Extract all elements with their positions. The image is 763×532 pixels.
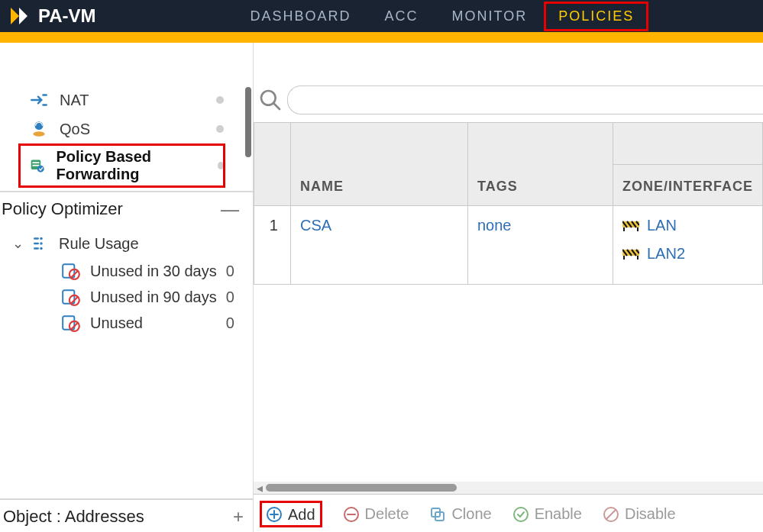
disable-button[interactable]: Disable [602, 505, 676, 524]
sidebar-item-label: NAT [60, 92, 89, 109]
col-tags[interactable]: TAGS [468, 123, 613, 205]
cell-zones: LAN LAN2 [613, 206, 762, 284]
rule-usage-section: ⌄ Rule Usage Unused in 30 days 0 Unused … [0, 226, 253, 336]
svg-rect-17 [623, 227, 625, 231]
top-header: PA-VM DASHBOARD ACC MONITOR POLICIES [0, 0, 763, 32]
unused-icon [61, 287, 81, 307]
nav-tabs: DASHBOARD ACC MONITOR POLICIES [234, 0, 649, 32]
add-button[interactable]: Add [265, 505, 315, 524]
add-label: Add [288, 506, 315, 524]
main-content: NAME TAGS ZONE/INTERFACE 1 CSA none LAN [254, 43, 763, 532]
qos-icon [29, 119, 49, 139]
search-input[interactable] [287, 85, 763, 114]
sidebar-item-label: QoS [60, 121, 90, 138]
minus-circle-icon [342, 505, 360, 524]
cell-tags[interactable]: none [468, 206, 613, 284]
svg-rect-4 [32, 165, 39, 166]
svg-rect-18 [637, 227, 639, 231]
scroll-left-icon[interactable]: ◂ [257, 481, 263, 495]
rule-usage-item-unused[interactable]: Unused 0 [8, 310, 253, 336]
col-name[interactable]: NAME [291, 123, 468, 205]
svg-rect-20 [623, 256, 625, 260]
status-dot [216, 96, 224, 104]
logo-icon [8, 5, 31, 27]
svg-rect-3 [32, 163, 39, 164]
accent-bar [0, 32, 763, 43]
enable-button[interactable]: Enable [512, 505, 582, 524]
rule-usage-label: Unused in 30 days [90, 263, 217, 280]
zone-item[interactable]: LAN2 [622, 245, 753, 263]
collapse-icon[interactable]: — [221, 198, 239, 220]
svg-rect-21 [637, 256, 639, 260]
clone-icon [428, 505, 447, 524]
rule-usage-label: Unused in 90 days [90, 289, 217, 306]
status-dot [216, 125, 224, 133]
sidebar-item-pbf[interactable]: Policy Based Forwarding [0, 143, 253, 188]
prohibit-icon [602, 505, 620, 524]
search-bar [254, 43, 763, 122]
zone-label: LAN2 [647, 245, 685, 263]
zone-item[interactable]: LAN [622, 217, 753, 234]
clone-button[interactable]: Clone [428, 505, 491, 524]
cell-rownum: 1 [254, 206, 291, 284]
left-sidebar: NAT QoS Policy Based Forwarding [0, 43, 254, 532]
zone-label: LAN [647, 217, 677, 234]
product-name: PA-VM [38, 5, 96, 27]
policy-type-list: NAT QoS Policy Based Forwarding [0, 43, 253, 188]
tab-monitor[interactable]: MONITOR [435, 1, 545, 32]
product-logo: PA-VM [8, 5, 96, 27]
policy-optimizer-title: Policy Optimizer [2, 199, 123, 219]
svg-point-8 [40, 247, 42, 250]
clone-label: Clone [451, 505, 491, 523]
rule-usage-label: Unused [90, 314, 143, 332]
svg-point-26 [514, 508, 528, 521]
delete-label: Delete [365, 505, 409, 523]
status-dot [218, 162, 224, 169]
rule-usage-item-90[interactable]: Unused in 90 days 0 [8, 284, 253, 310]
svg-point-6 [40, 237, 42, 240]
plus-circle-icon [265, 505, 283, 524]
sidebar-item-nat[interactable]: NAT [0, 85, 253, 114]
zone-barrier-icon [622, 220, 639, 232]
unused-icon [61, 313, 81, 333]
grid-header: NAME TAGS ZONE/INTERFACE [254, 123, 762, 205]
tab-policies[interactable]: POLICIES [544, 2, 648, 31]
delete-button[interactable]: Delete [342, 505, 409, 524]
object-addresses-label: Object : Addresses [3, 507, 144, 527]
rule-usage-title: Rule Usage [59, 235, 139, 253]
nat-icon [29, 90, 49, 110]
zone-barrier-icon [622, 248, 639, 260]
plus-icon[interactable]: + [233, 506, 244, 527]
tab-acc[interactable]: ACC [368, 1, 435, 32]
rule-usage-header[interactable]: ⌄ Rule Usage [8, 229, 253, 258]
rule-usage-count: 0 [226, 263, 234, 280]
svg-point-5 [37, 166, 44, 172]
col-zone[interactable]: ZONE/INTERFACE [613, 123, 762, 205]
policy-optimizer-header[interactable]: Policy Optimizer — [0, 192, 253, 226]
rule-usage-count: 0 [226, 289, 234, 306]
tab-dashboard[interactable]: DASHBOARD [234, 1, 368, 32]
table-row[interactable]: 1 CSA none LAN LAN2 [254, 205, 762, 284]
add-highlight: Add [260, 501, 322, 527]
sidebar-item-label: Policy Based Forwarding [56, 148, 206, 183]
pbf-icon [29, 156, 45, 176]
rule-usage-item-30[interactable]: Unused in 30 days 0 [8, 258, 253, 284]
rule-usage-list-icon [31, 234, 51, 253]
object-addresses-panel[interactable]: Object : Addresses + [0, 498, 253, 532]
search-icon[interactable] [258, 88, 283, 112]
svg-point-1 [33, 131, 44, 137]
scrollbar-thumb[interactable] [266, 484, 457, 492]
cell-name[interactable]: CSA [291, 206, 468, 284]
action-bar: Add Delete Clone Enable [254, 494, 763, 532]
horizontal-scrollbar[interactable]: ◂ [254, 482, 763, 494]
enable-label: Enable [535, 505, 582, 523]
rule-usage-count: 0 [226, 314, 234, 332]
svg-point-7 [40, 242, 42, 244]
policy-grid: NAME TAGS ZONE/INTERFACE 1 CSA none LAN [254, 122, 763, 285]
chevron-down-icon: ⌄ [12, 235, 24, 252]
check-circle-icon [512, 505, 530, 524]
unused-icon [61, 261, 81, 281]
disable-label: Disable [625, 505, 676, 523]
col-num[interactable] [254, 123, 291, 205]
sidebar-item-qos[interactable]: QoS [0, 114, 253, 143]
